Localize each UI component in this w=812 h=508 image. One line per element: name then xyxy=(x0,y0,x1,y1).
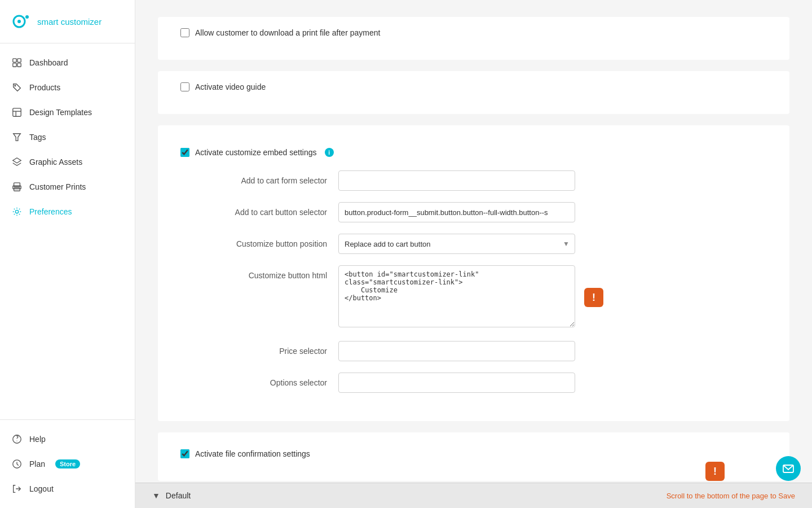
sidebar-nav: Dashboard Products Design Templates xyxy=(0,43,135,419)
svg-point-7 xyxy=(15,85,16,86)
sidebar-item-graphic-assets[interactable]: Graphic Assets xyxy=(0,150,135,174)
customize-button-position-label: Customize button position xyxy=(180,234,338,254)
print-file-checkbox-row: Allow customer to download a print file … xyxy=(180,28,767,37)
print-file-label: Allow customer to download a print file … xyxy=(195,28,380,37)
embed-settings-info-icon[interactable]: i xyxy=(325,148,334,157)
mail-icon xyxy=(782,462,795,475)
footer-save-hint: Scroll to the bottom of the page to Save xyxy=(667,492,795,500)
options-selector-control xyxy=(338,373,575,393)
footer-accordion-header[interactable]: ▼ Default Scroll to the bottom of the pa… xyxy=(135,483,812,508)
embed-settings-checkbox[interactable] xyxy=(180,148,189,157)
price-selector-input[interactable] xyxy=(338,341,575,361)
sidebar-label-plan: Plan xyxy=(29,459,45,468)
add-to-cart-button-control xyxy=(338,202,575,222)
sidebar-label-tags: Tags xyxy=(29,133,46,142)
add-to-cart-form-row: Add to cart form selector xyxy=(180,170,767,191)
customize-button-position-row: Customize button position Replace add to… xyxy=(180,234,767,254)
svg-point-16 xyxy=(15,210,18,213)
help-icon xyxy=(11,433,23,445)
grid-icon xyxy=(11,57,23,68)
sidebar-label-dashboard: Dashboard xyxy=(29,58,68,67)
sidebar-item-products[interactable]: Products xyxy=(0,75,135,100)
add-to-cart-button-row: Add to cart button selector xyxy=(180,202,767,222)
sidebar-item-plan[interactable]: Plan Store xyxy=(0,452,135,476)
customize-button-html-row: Customize button html <button id="smartc… xyxy=(180,265,767,330)
add-to-cart-form-input[interactable] xyxy=(338,170,575,191)
add-to-cart-form-control xyxy=(338,170,575,191)
options-selector-row: Options selector xyxy=(180,373,767,393)
file-confirmation-checkbox[interactable] xyxy=(180,449,189,458)
footer-accordion: ▼ Default Scroll to the bottom of the pa… xyxy=(135,483,812,508)
sidebar-label-graphic-assets: Graphic Assets xyxy=(29,157,82,167)
svg-rect-3 xyxy=(13,59,16,62)
customize-button-position-select[interactable]: Replace add to cart button Before add to… xyxy=(338,234,575,254)
main-content: Allow customer to download a print file … xyxy=(135,0,812,508)
sidebar-label-customer-prints: Customer Prints xyxy=(29,182,86,191)
floating-warning-icon[interactable]: ! xyxy=(705,462,725,481)
tag-icon xyxy=(11,82,23,93)
sidebar-item-logout[interactable]: Logout xyxy=(0,476,135,501)
plan-icon xyxy=(11,458,23,470)
layers-icon xyxy=(11,156,23,168)
sidebar-bottom: Help Plan Store Logout xyxy=(0,419,135,508)
add-to-cart-button-input[interactable] xyxy=(338,202,575,222)
file-confirmation-checkbox-row: Activate file confirmation settings xyxy=(180,449,767,458)
customize-button-html-textarea[interactable]: <button id="smartcustomizer-link" class=… xyxy=(338,265,575,327)
customize-button-position-control: Replace add to cart button Before add to… xyxy=(338,234,575,254)
design-icon xyxy=(11,107,23,118)
svg-marker-12 xyxy=(13,158,21,163)
svg-point-2 xyxy=(25,15,29,19)
embed-settings-checkbox-row: Activate customize embed settings i xyxy=(180,148,767,157)
sidebar-item-help[interactable]: Help xyxy=(0,427,135,452)
options-selector-label: Options selector xyxy=(180,373,338,393)
sidebar-item-preferences[interactable]: Preferences xyxy=(0,199,135,224)
warning-icon[interactable]: ! xyxy=(584,288,603,307)
sidebar: smart customizer Dashboard xyxy=(0,0,135,508)
svg-rect-13 xyxy=(14,183,20,187)
sidebar-item-design-templates[interactable]: Design Templates xyxy=(0,100,135,125)
sidebar-logo: smart customizer xyxy=(0,0,135,43)
add-to-cart-form-label: Add to cart form selector xyxy=(180,170,338,191)
svg-rect-5 xyxy=(13,63,16,67)
filter-icon xyxy=(11,132,23,143)
svg-rect-8 xyxy=(13,108,21,116)
options-selector-input[interactable] xyxy=(338,373,575,393)
add-to-cart-button-label: Add to cart button selector xyxy=(180,202,338,222)
footer-title-text: Default xyxy=(166,491,191,500)
price-selector-row: Price selector xyxy=(180,341,767,361)
embed-form: Add to cart form selector Add to cart bu… xyxy=(180,170,767,404)
floating-chat-icon[interactable] xyxy=(776,456,801,481)
sidebar-item-dashboard[interactable]: Dashboard xyxy=(0,50,135,75)
app-name: smart customizer xyxy=(37,17,102,27)
svg-point-1 xyxy=(17,20,21,23)
video-guide-checkbox-row: Activate video guide xyxy=(180,82,767,91)
video-guide-label: Activate video guide xyxy=(195,82,266,91)
svg-rect-6 xyxy=(17,63,21,67)
app-logo-icon xyxy=(11,11,32,32)
sidebar-label-preferences: Preferences xyxy=(29,207,72,216)
print-icon xyxy=(11,181,23,192)
video-guide-checkbox[interactable] xyxy=(180,82,189,91)
customize-button-html-control: <button id="smartcustomizer-link" class=… xyxy=(338,265,575,330)
svg-rect-14 xyxy=(14,188,20,191)
sidebar-item-tags[interactable]: Tags xyxy=(0,125,135,150)
plan-badge: Store xyxy=(55,459,80,468)
file-confirmation-label: Activate file confirmation settings xyxy=(195,449,310,458)
price-selector-label: Price selector xyxy=(180,341,338,361)
gear-icon xyxy=(11,206,23,217)
svg-rect-4 xyxy=(17,59,21,62)
logout-icon xyxy=(11,483,23,494)
sidebar-label-design-templates: Design Templates xyxy=(29,108,92,117)
embed-settings-label: Activate customize embed settings xyxy=(195,148,317,157)
footer-title-row: ▼ Default xyxy=(152,491,191,500)
customize-button-html-label: Customize button html xyxy=(180,265,338,286)
svg-point-17 xyxy=(13,435,21,443)
sidebar-item-customer-prints[interactable]: Customer Prints xyxy=(0,174,135,199)
sidebar-label-help: Help xyxy=(29,435,46,444)
print-file-checkbox[interactable] xyxy=(180,28,189,37)
sidebar-label-logout: Logout xyxy=(29,484,54,493)
footer-chevron-icon: ▼ xyxy=(152,491,160,500)
sidebar-label-products: Products xyxy=(29,83,60,92)
svg-marker-11 xyxy=(14,134,21,141)
price-selector-control xyxy=(338,341,575,361)
